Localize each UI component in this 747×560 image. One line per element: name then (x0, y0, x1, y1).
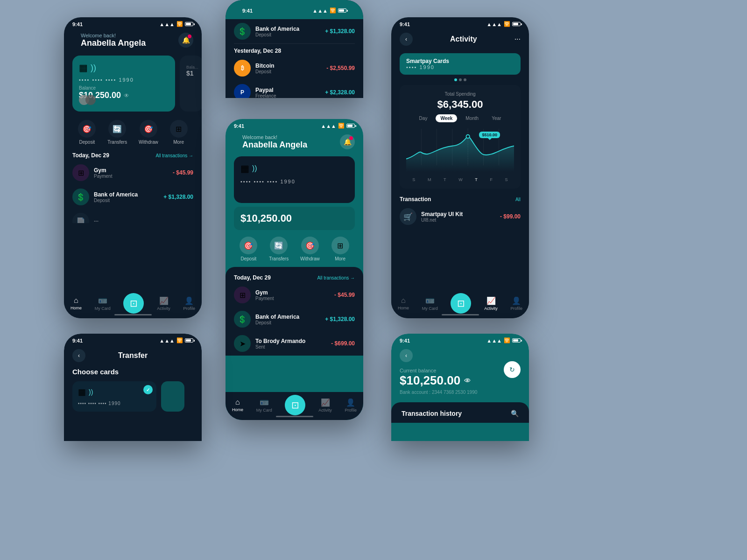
boa-info-top: Bank of America Deposit (255, 26, 320, 37)
transfer-header-5: ‹ Transfer (64, 345, 202, 366)
withdraw-label-3: Withdraw (300, 256, 320, 261)
card-selector-4[interactable]: Smartpay Cards •••• 1990 (400, 53, 521, 75)
battery-icon-4 (512, 22, 521, 26)
transfer-card-5[interactable]: ▦ )) •••• •••• •••• 1990 ✓ (72, 381, 156, 412)
action-deposit-1[interactable]: 🎯 Deposit (78, 120, 96, 145)
period-year-4[interactable]: Year (487, 114, 506, 122)
nav-card-4[interactable]: 🪪 My Card (422, 296, 438, 311)
nav-profile-3[interactable]: 👤 Profile (345, 398, 357, 413)
action-withdraw-1[interactable]: 🎯 Withdraw (139, 120, 158, 145)
period-week-4[interactable]: Week (436, 114, 457, 122)
action-withdraw-3[interactable]: 🎯 Withdraw (300, 237, 320, 261)
balance-value-3: $10,250.00 (240, 212, 292, 224)
nav-profile-1[interactable]: 👤 Profile (183, 296, 196, 311)
battery-icon (185, 22, 193, 26)
nav-center-btn-4[interactable]: ⊡ (451, 293, 471, 314)
period-month-4[interactable]: Month (461, 114, 483, 122)
profile-nav-icon-3: 👤 (346, 398, 355, 407)
battery-icon-5 (185, 338, 193, 343)
transfers-icon-1: 🔄 (108, 120, 126, 138)
eye-icon-6: 👁 (464, 377, 471, 385)
gym-icon-3: ⊞ (234, 287, 251, 303)
withdraw-label-1: Withdraw (139, 140, 158, 145)
user-info-3: Welcome back! Anabella Angela (234, 133, 316, 150)
home-nav-icon-1: ⌂ (74, 296, 78, 305)
action-more-1[interactable]: ⊞ More (170, 120, 188, 145)
nav-activity-3[interactable]: 📈 Activity (318, 398, 332, 413)
transfers-icon-3: 🔄 (270, 237, 288, 254)
smartpay-name-4: Smartpay UI Kit (421, 211, 495, 217)
more-btn-4[interactable]: ··· (514, 35, 521, 43)
signal-icon-6: ▲▲▲ (486, 338, 502, 343)
all-tx-link-3[interactable]: All transactions → (317, 275, 355, 280)
notif-dot-1 (188, 35, 191, 38)
search-icon-6[interactable]: 🔍 (511, 410, 519, 417)
dots-indicator-4 (391, 78, 529, 81)
pp-icon: P (234, 84, 251, 98)
nav-profile-4[interactable]: 👤 Profile (511, 296, 523, 311)
activity-nav-label-3: Activity (318, 408, 332, 413)
day-w-4: W (458, 177, 463, 182)
deposit-label-1: Deposit (79, 140, 95, 145)
status-icons-5: ▲▲▲ 🛜 (159, 337, 193, 343)
partial-name-1: ··· (94, 218, 193, 223)
nav-center-btn-3[interactable]: ⊡ (285, 395, 305, 415)
all-tx-link-1[interactable]: All transactions → (155, 153, 193, 158)
day-labels-4: S M T W T F S (406, 177, 514, 182)
phone-balance: 9:41 ▲▲▲ 🛜 ‹ Current balance $10,250.00 … (391, 334, 529, 441)
bank-card-1[interactable]: ▦ )) •••• •••• •••• 1990 Balance $10,250… (72, 56, 175, 112)
smartpay-icon-4: 🛒 (400, 208, 416, 225)
btc-name: Bitcoin (255, 63, 322, 69)
nav-card-3[interactable]: 🪪 My Card (256, 398, 272, 413)
back-btn-5[interactable]: ‹ (72, 349, 85, 362)
dot-1-4 (454, 78, 457, 81)
tx-section-header-1: Today, Dec 29 All transactions → (64, 148, 202, 161)
status-icons-2: ▲▲▲ 🛜 (312, 7, 346, 14)
nav-activity-4[interactable]: 📈 Activity (484, 296, 498, 311)
time-2: 9:41 (242, 8, 253, 14)
phone-home-topleft: 9:41 ▲▲▲ 🛜 Welcome back! Anabella Angela… (64, 17, 202, 318)
status-icons-4: ▲▲▲ 🛜 (486, 21, 521, 27)
nav-home-3[interactable]: ⌂ Home (232, 398, 243, 412)
partial-info-1: ··· (94, 218, 193, 223)
notification-button-1[interactable]: 🔔 (178, 33, 193, 48)
btc-amount: - $2,550.99 (326, 65, 355, 71)
more-label-1: More (173, 140, 184, 145)
deposit-label-3: Deposit (240, 256, 256, 261)
dot-2-4 (459, 78, 462, 81)
gym-sub-1: Payment (94, 174, 168, 179)
tx-filter-4[interactable]: All (515, 197, 521, 202)
nav-activity-1[interactable]: 📈 Activity (157, 296, 170, 311)
home-nav-label-1: Home (70, 306, 82, 310)
tx-smartpay-4: 🛒 Smartpay UI Kit UI8.net - $99.00 (391, 204, 529, 229)
time-1: 9:41 (72, 21, 83, 27)
action-deposit-3[interactable]: 🎯 Deposit (240, 237, 257, 261)
nav-home-1[interactable]: ⌂ Home (70, 296, 82, 310)
nav-card-1[interactable]: 🪪 My Card (95, 296, 111, 311)
boa-amount-top: + $1,328.00 (325, 28, 355, 35)
back-btn-4[interactable]: ‹ (400, 33, 413, 46)
profile-nav-icon-4: 👤 (512, 296, 521, 305)
refresh-btn-6[interactable]: ↻ (504, 361, 521, 378)
boa-name-1: Bank of America (94, 191, 159, 198)
wave-icon-3: )) (252, 164, 257, 173)
transfer-title-5: Transfer (118, 351, 148, 360)
card-nav-icon-1: 🪪 (98, 296, 107, 305)
pp-sub: Freelance (255, 93, 320, 98)
profile-nav-label-3: Profile (345, 408, 357, 413)
nav-center-btn-1[interactable]: ⊡ (123, 293, 144, 314)
card-dark-3[interactable]: ▦ )) •••• •••• •••• 1990 (234, 156, 355, 203)
action-more-3[interactable]: ⊞ More (331, 237, 349, 261)
balance-value-2: $1 (186, 70, 197, 77)
home-nav-icon-4: ⌂ (401, 296, 406, 305)
period-day-4[interactable]: Day (415, 114, 432, 122)
notif-btn-3[interactable]: 🔔 (340, 134, 355, 149)
action-transfers-3[interactable]: 🔄 Transfers (269, 237, 289, 261)
nav-home-4[interactable]: ⌂ Home (398, 296, 409, 310)
tx-boa-top: 💲 Bank of America Deposit + $1,328.00 (226, 19, 363, 43)
card-number-3: •••• •••• •••• 1990 (240, 179, 348, 184)
back-btn-6[interactable]: ‹ (400, 349, 413, 362)
balance-section-6: Current balance $10,250.00 👁 Bank accoun… (391, 366, 529, 397)
time-4: 9:41 (400, 21, 410, 27)
action-transfers-1[interactable]: 🔄 Transfers (107, 120, 127, 145)
